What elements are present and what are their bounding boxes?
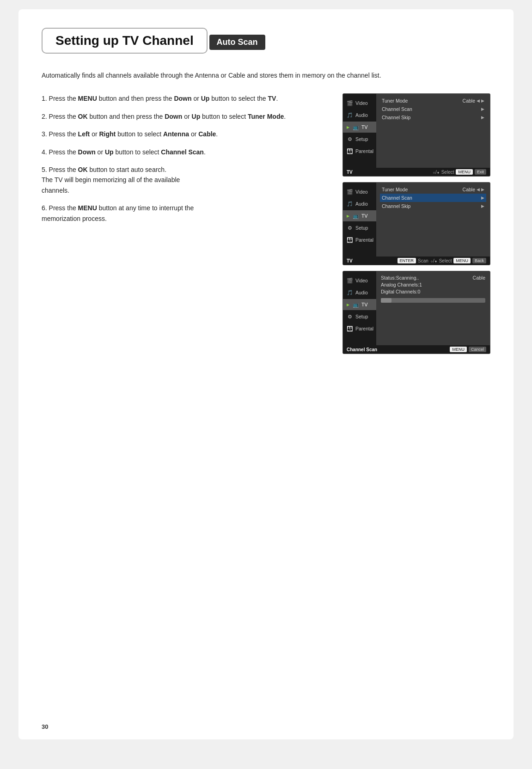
video-icon-3: 🎬: [347, 277, 353, 284]
tv-sidebar-1: 🎬 Video 🎵 Audio ▶ 📺 TV: [343, 94, 376, 168]
channel-skip-arrow-2: ▶: [481, 204, 484, 208]
section-header: Auto Scan: [209, 35, 265, 50]
tuner-mode-value-1: Cable ◀ ▶: [463, 98, 484, 104]
intro-text: Automatically finds all channels availab…: [42, 70, 490, 80]
statusbar-nav-icon-1: ⬦/⬧: [433, 170, 440, 175]
sidebar-item-parental-1: 👪 Parental: [343, 146, 376, 157]
content-row-tuner-1: Tuner Mode Cable ◀ ▶: [380, 97, 486, 105]
screenshots-column: 🎬 Video 🎵 Audio ▶ 📺 TV: [342, 93, 490, 354]
analog-channels-text: Analog Channels:1: [381, 282, 422, 287]
exit-btn-1[interactable]: Exit: [475, 169, 486, 175]
step-1: 1. Press the MENU button and then press …: [42, 93, 324, 104]
tv-screen-2: 🎬 Video 🎵 Audio ▶ 📺 TV: [342, 182, 490, 265]
select-label-1: Select: [441, 170, 454, 175]
sidebar-label-tv-2: TV: [361, 213, 367, 219]
step-5: 5. Press the OK button to start auto sea…: [42, 165, 324, 195]
content-row-skip-2: Channel Skip ▶: [380, 202, 486, 210]
sidebar-label-video-3: Video: [355, 278, 368, 283]
sidebar-label-setup-1: Setup: [355, 136, 368, 142]
sidebar-item-setup-1: ⚙ Setup: [343, 134, 376, 145]
tv-icon-2: 📺: [353, 213, 359, 219]
tv-statusbar-1: TV ⬦/⬧ Select MENU Exit: [343, 168, 490, 176]
parental-icon-1: 👪: [347, 148, 353, 154]
tv-statusbar-2: TV ENTER Scan ⬦/⬧ Select MENU Back: [343, 256, 490, 265]
tv-menu-area-2: 🎬 Video 🎵 Audio ▶ 📺 TV: [343, 183, 490, 256]
menu-btn-2[interactable]: MENU: [453, 258, 471, 263]
sidebar-label-parental-3: Parental: [355, 326, 373, 331]
content-row-scan-1: Channel Scan ▶: [380, 105, 486, 113]
video-icon-1: 🎬: [347, 100, 353, 106]
tv-content-2: Tuner Mode Cable ◀ ▶ Channel Scan ▶: [376, 183, 490, 256]
page-number: 30: [42, 723, 48, 730]
step-4: 4. Press the Down or Up button to select…: [42, 147, 324, 157]
step-6: 6. Press the MENU button at any time to …: [42, 203, 324, 224]
left-arrow-1: ◀: [477, 98, 480, 103]
sidebar-item-tv-1[interactable]: ▶ 📺 TV: [343, 122, 376, 133]
progress-bar-outer: [381, 298, 485, 303]
sidebar-label-parental-1: Parental: [355, 148, 373, 154]
setup-icon-1: ⚙: [347, 136, 353, 142]
menu-btn-3[interactable]: MENU: [450, 347, 467, 352]
sidebar-item-setup-2: ⚙ Setup: [343, 222, 376, 233]
sidebar-label-tv-1: TV: [361, 124, 367, 130]
parental-icon-3: 👪: [347, 325, 353, 332]
sidebar-item-tv-2[interactable]: ▶ 📺 TV: [343, 210, 376, 221]
skip-arrow-1: ▶: [481, 115, 484, 120]
active-arrow-1: ▶: [347, 125, 349, 129]
enter-btn-2[interactable]: ENTER: [397, 258, 416, 263]
sidebar-label-setup-3: Setup: [355, 314, 368, 319]
sidebar-item-audio-2: 🎵 Audio: [343, 198, 376, 209]
active-arrow-2: ▶: [347, 214, 349, 218]
sidebar-item-parental-3: 👪 Parental: [343, 323, 376, 334]
sidebar-label-tv-3: TV: [361, 302, 367, 307]
tv-statusbar-3: Channel Scan MENU Cancel: [343, 345, 490, 354]
step-4-text: 4. Press the Down or Up button to select…: [42, 148, 206, 156]
digital-channels-text: Digital Channels:0: [381, 289, 420, 294]
sidebar-item-tv-3[interactable]: ▶ 📺 TV: [343, 299, 376, 310]
cancel-btn-3[interactable]: Cancel: [469, 347, 486, 352]
tv-sidebar-3: 🎬 Video 🎵 Audio ▶ 📺 TV: [343, 271, 376, 345]
channel-skip-arrow-1: ▶: [481, 115, 484, 120]
back-btn-2[interactable]: Back: [472, 258, 486, 263]
statusbar-left-1: TV: [347, 170, 353, 175]
channel-skip-label-1: Channel Skip: [382, 115, 410, 120]
menu-btn-1[interactable]: MENU: [456, 169, 473, 175]
page-title: Setting up TV Channel: [55, 33, 194, 48]
scan-label-2: Scan: [418, 258, 428, 263]
step-2: 2. Press the OK button and then press th…: [42, 111, 324, 122]
audio-icon-3: 🎵: [347, 289, 353, 296]
content-row-tuner-2: Tuner Mode Cable ◀ ▶: [380, 185, 486, 194]
tv-sidebar-2: 🎬 Video 🎵 Audio ▶ 📺 TV: [343, 183, 376, 256]
setup-icon-3: ⚙: [347, 313, 353, 320]
channel-scan-label-2: Channel Scan: [382, 195, 412, 201]
analog-channels-row: Analog Channels:1: [381, 282, 485, 287]
steps-column: 1. Press the MENU button and then press …: [42, 93, 324, 231]
sidebar-label-audio-1: Audio: [355, 112, 368, 118]
audio-icon-2: 🎵: [347, 201, 353, 207]
tv-icon-3: 📺: [353, 301, 359, 308]
content-row-scan-2: Channel Scan ▶: [380, 194, 486, 202]
tv-menu-area-1: 🎬 Video 🎵 Audio ▶ 📺 TV: [343, 94, 490, 168]
step-3: 3. Press the Left or Right button to sel…: [42, 129, 324, 139]
tuner-mode-label-2: Tuner Mode: [382, 187, 408, 192]
step-3-text: 3. Press the Left or Right button to sel…: [42, 130, 218, 138]
video-icon-2: 🎬: [347, 189, 353, 195]
tv-content-1: Tuner Mode Cable ◀ ▶ Channel Scan ▶: [376, 94, 490, 168]
tv-screen-3: 🎬 Video 🎵 Audio ▶ 📺 TV: [342, 271, 490, 354]
active-arrow-3: ▶: [347, 303, 349, 307]
statusbar-right-1: ⬦/⬧ Select MENU Exit: [433, 169, 486, 175]
right-arrow-1: ▶: [481, 98, 484, 103]
scan-content-3: Status:Scanning.. Cable Analog Channels:…: [376, 271, 490, 345]
select-label-2: Select: [439, 258, 452, 263]
tuner-mode-value-2: Cable ◀ ▶: [463, 187, 484, 192]
skip-arrow-2: ▶: [481, 204, 484, 208]
step-6-text: 6. Press the MENU button at any time to …: [42, 204, 194, 222]
progress-container: 10%: [381, 298, 485, 303]
sidebar-item-setup-3: ⚙ Setup: [343, 311, 376, 322]
sidebar-label-video-2: Video: [355, 189, 368, 195]
step-1-number: 1. Press the MENU button and then press …: [42, 95, 278, 102]
step-5-text: 5. Press the OK button to start auto sea…: [42, 166, 180, 194]
sidebar-label-audio-3: Audio: [355, 290, 368, 295]
channel-skip-label-2: Channel Skip: [382, 203, 410, 209]
audio-icon-1: 🎵: [347, 112, 353, 118]
